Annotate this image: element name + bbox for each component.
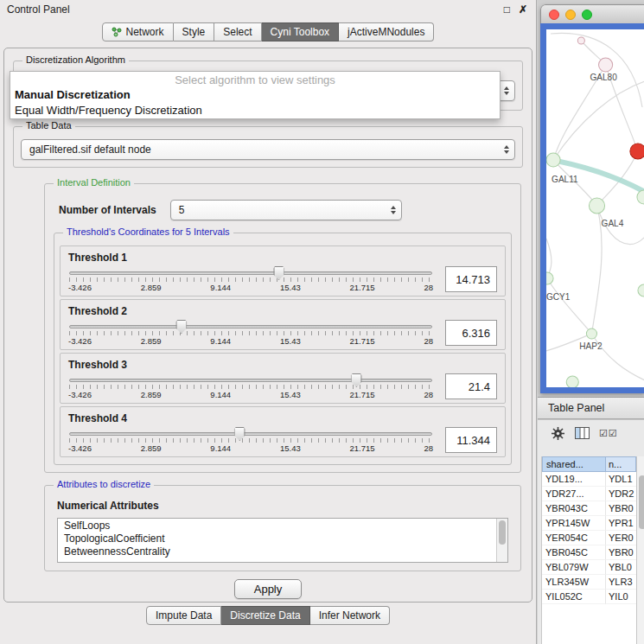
threshold-4-value-field[interactable]: 11.344 [445, 427, 497, 453]
table-row[interactable]: YBR043CYBR0 [542, 501, 636, 516]
scale-label: 15.43 [280, 336, 301, 346]
close-icon[interactable]: ✗ [519, 3, 527, 16]
tab-cyni-toolbox[interactable]: Cyni Toolbox [262, 22, 339, 41]
table-row[interactable]: YIL052CYIL0 [542, 590, 636, 604]
cell[interactable]: YIL0 [606, 590, 636, 604]
threshold-1-slider[interactable]: -3.4262.8599.14415.4321.71528 [68, 265, 433, 293]
settings-gear-icon[interactable] [551, 426, 565, 441]
threshold-3-slider[interactable]: -3.4262.8599.14415.4321.71528 [68, 373, 433, 400]
table-scrollbar[interactable] [636, 456, 644, 644]
slider-ticks [69, 277, 432, 282]
tab-impute-data[interactable]: Impute Data [146, 606, 221, 625]
node-gal4[interactable] [589, 198, 604, 214]
cell[interactable]: YPR145W [542, 516, 606, 531]
table-row[interactable]: YPR145WYPR1 [542, 516, 636, 531]
cell[interactable]: YBR0 [606, 545, 636, 560]
scale-label: 28 [424, 336, 433, 346]
dropdown-option-equal-width-frequency[interactable]: Equal Width/Frequency Discretization [10, 103, 500, 118]
slider-track[interactable] [69, 432, 432, 436]
node-hap2[interactable] [586, 328, 596, 339]
float-window-icon[interactable]: □ [504, 3, 510, 16]
tab-network[interactable]: Network [102, 22, 174, 41]
scrollbar-thumb[interactable] [499, 520, 506, 545]
column-header-shared-name[interactable]: shared... [542, 456, 606, 472]
scale-label: 2.859 [141, 336, 162, 346]
cell[interactable]: YDR2 [606, 487, 636, 501]
table-row[interactable]: YDL19...YDL1 [542, 472, 636, 487]
cell[interactable]: YBR045C [542, 545, 606, 560]
dropdown-option-manual-discretization[interactable]: Manual Discretization [10, 87, 500, 103]
tab-infer-network[interactable]: Infer Network [310, 606, 390, 625]
control-panel-window: Control Panel □ ✗ Network Style Select C… [0, 0, 537, 644]
threshold-4-label: Threshold 4 [68, 412, 497, 424]
table-row[interactable]: YBL079WYBL0 [542, 560, 636, 575]
apply-button[interactable]: Apply [234, 579, 303, 599]
scale-label: 21.715 [350, 283, 375, 292]
network-window-titlebar[interactable] [540, 4, 644, 23]
tab-discretize-data[interactable]: Discretize Data [221, 606, 309, 625]
slider-scale: -3.4262.8599.14415.4321.71528 [68, 443, 433, 453]
node[interactable] [577, 37, 584, 44]
list-item[interactable]: SelfLoops [58, 519, 495, 532]
node-gal11[interactable] [546, 153, 560, 167]
node-gcy1[interactable] [546, 272, 553, 284]
network-canvas[interactable]: GAL80 GAL11 GAL4 GCY1 HAP2 [546, 29, 644, 387]
combobox-arrows-icon [391, 206, 396, 214]
scrollbar-thumb[interactable] [639, 475, 644, 529]
show-columns-icon[interactable] [575, 427, 590, 439]
column-header-name[interactable]: n... [606, 456, 636, 472]
threshold-1-label: Threshold 1 [68, 252, 497, 264]
number-of-intervals-combobox[interactable]: 5 [170, 200, 402, 220]
node[interactable] [638, 284, 644, 296]
table-data-combobox[interactable]: galFiltered.sif default node [21, 139, 515, 160]
tab-select[interactable]: Select [214, 22, 261, 41]
threshold-1-value-field[interactable]: 14.713 [445, 266, 497, 292]
scale-label: 28 [424, 443, 433, 453]
tab-label: Select [223, 26, 252, 38]
table-row[interactable]: YER054CYER0 [542, 531, 636, 545]
list-item[interactable]: TopologicalCoefficient [58, 532, 495, 545]
slider-track[interactable] [69, 379, 432, 382]
scale-label: 15.43 [280, 390, 301, 399]
select-columns-icon[interactable]: ☑☑ [599, 428, 618, 439]
cell[interactable]: YDL19... [542, 472, 606, 487]
list-scrollbar[interactable] [496, 519, 507, 562]
node[interactable] [637, 190, 644, 204]
cell[interactable]: YER054C [542, 531, 606, 545]
scale-label: 28 [424, 390, 433, 399]
slider-track[interactable] [69, 271, 432, 275]
table-panel-header[interactable]: Table Panel [538, 397, 644, 419]
table-row[interactable]: YLR345WYLR3 [542, 575, 636, 590]
close-traffic-light-icon[interactable] [549, 10, 559, 20]
table-row[interactable]: YBR045CYBR0 [542, 545, 636, 560]
tab-jactivemnodules[interactable]: jActiveMNodules [339, 22, 434, 41]
slider-track[interactable] [69, 325, 432, 328]
zoom-traffic-light-icon[interactable] [582, 10, 592, 20]
number-of-intervals-label: Number of Intervals [59, 204, 156, 216]
cell[interactable]: YLR345W [542, 575, 606, 590]
scale-label: -3.426 [68, 336, 92, 346]
cell[interactable]: YBL079W [542, 560, 606, 575]
cell[interactable]: YIL052C [542, 590, 606, 604]
minimize-traffic-light-icon[interactable] [565, 10, 576, 20]
threshold-2-value-field[interactable]: 6.316 [445, 320, 497, 346]
node-gal80[interactable] [599, 58, 613, 72]
cell[interactable]: YDR27... [542, 487, 606, 501]
table-row[interactable]: YDR27...YDR2 [542, 487, 636, 501]
node-selected-red[interactable] [630, 143, 644, 159]
scale-label: 21.715 [350, 390, 375, 399]
cell[interactable]: YBR0 [606, 501, 636, 516]
list-item[interactable]: BetweennessCentrality [58, 545, 495, 558]
threshold-4-slider[interactable]: -3.4262.8599.14415.4321.71528 [68, 426, 433, 454]
cell[interactable]: YLR3 [606, 575, 636, 590]
node[interactable] [566, 376, 578, 387]
cell[interactable]: YBL0 [606, 560, 636, 575]
cell[interactable]: YDL1 [606, 472, 636, 487]
cell[interactable]: YPR1 [606, 516, 636, 531]
cell[interactable]: YBR043C [542, 501, 606, 516]
tab-label: Style [182, 26, 206, 38]
threshold-2-slider[interactable]: -3.4262.8599.14415.4321.71528 [68, 319, 433, 347]
tab-style[interactable]: Style [174, 22, 215, 41]
threshold-3-value-field[interactable]: 21.4 [445, 373, 497, 399]
cell[interactable]: YER0 [606, 531, 636, 545]
